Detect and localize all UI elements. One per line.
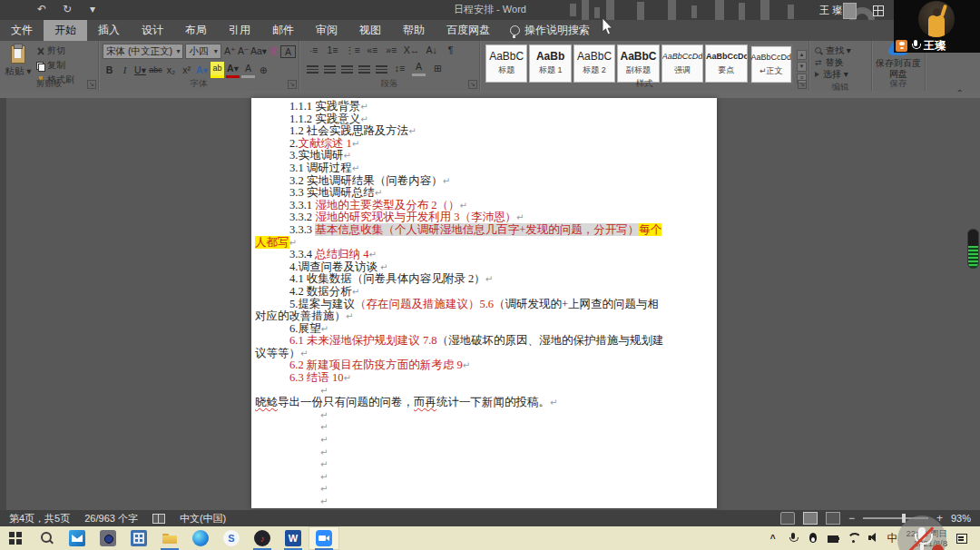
style-副标题[interactable]: AaBbC副标题	[617, 44, 659, 83]
document-line[interactable]: 议等等）↵	[255, 348, 681, 360]
word-count[interactable]: 26/963 个字	[84, 512, 138, 525]
shrink-font-button[interactable]: A⁻	[237, 44, 250, 58]
highlight-button[interactable]: ab	[211, 62, 224, 78]
word-icon[interactable]: W	[278, 526, 309, 550]
bold-button[interactable]: B	[103, 64, 116, 77]
tab-百度网盘[interactable]: 百度网盘	[436, 20, 501, 41]
document-line[interactable]: ↵	[320, 458, 681, 471]
camera-icon[interactable]	[93, 526, 123, 550]
document-page[interactable]: 1.1.1 实践背景↵1.1.2 实践意义↵1.2 社会实践思路及方法↵2.文献…	[251, 98, 717, 508]
text-effects-button[interactable]: A▾	[195, 64, 209, 77]
proofing-icon[interactable]	[152, 514, 165, 524]
char-shading-button[interactable]: A	[241, 62, 255, 78]
document-line[interactable]: 3.3.3 基本信息收集（个人调研湿地信息几百字+发现的问题，分开写）每个	[289, 224, 681, 237]
increase-indent-button[interactable]: »≡	[385, 44, 398, 57]
volume-icon[interactable]	[867, 531, 879, 545]
font-dialog-launcher[interactable]: ↘	[288, 80, 297, 89]
font-color-button[interactable]: A▾	[226, 62, 240, 78]
grow-font-button[interactable]: A⁺	[223, 44, 237, 58]
font-size-select[interactable]: 小四▾	[185, 44, 220, 59]
document-line[interactable]: 3.3.2 湿地的研究现状与开发利用 3（李沛恩）↵	[289, 211, 681, 224]
paragraph-dialog-launcher[interactable]: ↘	[468, 80, 477, 89]
document-line[interactable]: 5.提案与建议（存在问题及措施建议）5.6（调研发现的+上网查的问题与相	[289, 299, 681, 311]
shading-button[interactable]: A	[412, 60, 426, 76]
qq-icon[interactable]	[807, 531, 819, 545]
line-spacing-button[interactable]: ↕≡	[393, 62, 407, 75]
underline-button[interactable]: U▾	[133, 64, 147, 77]
meeting-overlay-thumbnail[interactable]	[843, 3, 857, 19]
tab-设计[interactable]: 设计	[131, 20, 174, 41]
document-line[interactable]: 1.1.1 实践背景↵	[289, 101, 681, 113]
document-line[interactable]: 3.1 调研过程↵	[289, 162, 681, 175]
document-line[interactable]: ↵	[320, 496, 681, 508]
tab-布局[interactable]: 布局	[174, 20, 218, 41]
align-center-button[interactable]	[324, 64, 336, 74]
action-center-icon[interactable]	[955, 531, 967, 545]
document-line[interactable]: 晓鲶导出一份只有问题的问卷，而再统计一下新闻的投稿。↵	[255, 397, 681, 409]
phonetic-guide-button[interactable]: 变	[267, 44, 280, 58]
document-line[interactable]: 4.1 收集数据（问卷具体内容见附录 2）↵	[289, 273, 681, 286]
calculator-icon[interactable]	[123, 526, 154, 550]
meeting-icon[interactable]	[309, 526, 339, 550]
document-line[interactable]: 对应的改善措施）↵	[255, 310, 681, 323]
style-标题 1[interactable]: AaBb标题 1	[529, 44, 571, 83]
styles-dialog-launcher[interactable]: ↘	[798, 80, 807, 89]
tab-视图[interactable]: 视图	[348, 20, 392, 41]
tab-插入[interactable]: 插入	[87, 20, 131, 41]
align-left-button[interactable]	[307, 64, 318, 74]
sort-button[interactable]: A↓	[425, 44, 438, 57]
document-line[interactable]: 1.2 社会实践思路及方法↵	[289, 125, 681, 138]
browser-icon[interactable]: S	[216, 526, 247, 550]
style-强调[interactable]: AaBbCcDd强调	[662, 44, 703, 83]
strikethrough-button[interactable]: abc	[149, 64, 162, 77]
cut-button[interactable]: 剪切	[36, 44, 74, 57]
document-line[interactable]: 3.3 实地调研总结↵	[289, 187, 681, 200]
borders-button[interactable]: ⊞	[431, 62, 445, 75]
document-line[interactable]: 人都写↵	[255, 237, 681, 250]
clipboard-dialog-launcher[interactable]: ↘	[87, 80, 96, 89]
italic-button[interactable]: I	[118, 64, 132, 77]
document-line[interactable]: 3.3.1 湿地的主要类型及分布 2（）↵	[289, 200, 681, 212]
document-line[interactable]: ↵	[320, 409, 681, 422]
superscript-button[interactable]: x²	[180, 64, 193, 77]
document-line[interactable]: 4.2 数据分析↵	[289, 286, 681, 299]
tab-开始[interactable]: 开始	[44, 20, 87, 41]
document-line[interactable]: 6.3 结语 10↵	[289, 372, 681, 385]
bullets-button[interactable]: ∙≡	[307, 44, 320, 57]
document-line[interactable]: 3.实地调研↵	[289, 150, 681, 162]
style-标题[interactable]: AaBbC标题	[485, 44, 527, 83]
distribute-button[interactable]	[376, 64, 387, 74]
decrease-indent-button[interactable]: «≡	[366, 44, 379, 57]
language-indicator[interactable]: 中文(中国)	[180, 512, 226, 525]
document-line[interactable]: ↵	[320, 434, 681, 447]
align-right-button[interactable]	[341, 64, 353, 74]
document-line[interactable]: 6.1 未来湿地保护规划建议 7.8（湿地破坏的原因、湿地的保护措施与规划建	[289, 335, 681, 348]
document-line[interactable]: ↵	[320, 385, 681, 398]
tell-me-search[interactable]: 操作说明搜索	[501, 20, 599, 41]
style-要点[interactable]: AaBbCcDc要点	[705, 44, 747, 83]
mic-tray-icon[interactable]	[787, 531, 799, 545]
tab-邮件[interactable]: 邮件	[261, 20, 305, 41]
document-line[interactable]: 4.调查问卷及访谈 ↵	[289, 261, 681, 274]
edge-icon[interactable]	[185, 526, 216, 550]
grid-view-icon[interactable]	[873, 5, 884, 16]
copy-button[interactable]: 复制	[36, 59, 74, 72]
style-标题 2[interactable]: AaBbC标题 2	[573, 44, 615, 83]
webcam-overlay[interactable]: 王璨	[894, 0, 980, 53]
tab-帮助[interactable]: 帮助	[392, 20, 436, 41]
document-line[interactable]: ↵	[320, 483, 681, 496]
tab-审阅[interactable]: 审阅	[305, 20, 348, 41]
asian-layout-button[interactable]: X↔	[404, 44, 420, 57]
numbering-button[interactable]: 1≡	[326, 44, 339, 57]
enclose-char-button[interactable]: ⊕	[257, 64, 270, 77]
find-button[interactable]: 查找 ▾	[815, 44, 871, 56]
document-line[interactable]: 3.3.4 总结归纳 4↵	[289, 249, 681, 261]
document-line[interactable]: ↵	[320, 421, 681, 434]
read-mode-icon[interactable]	[780, 512, 795, 525]
taskbar-search-button[interactable]	[31, 526, 62, 550]
document-line[interactable]: ↵	[320, 471, 681, 484]
print-layout-icon[interactable]	[803, 512, 818, 525]
styles-up-icon[interactable]: ▴	[797, 50, 807, 60]
styles-down-icon[interactable]: ▾	[797, 62, 807, 72]
document-line[interactable]: ↵	[320, 447, 681, 459]
